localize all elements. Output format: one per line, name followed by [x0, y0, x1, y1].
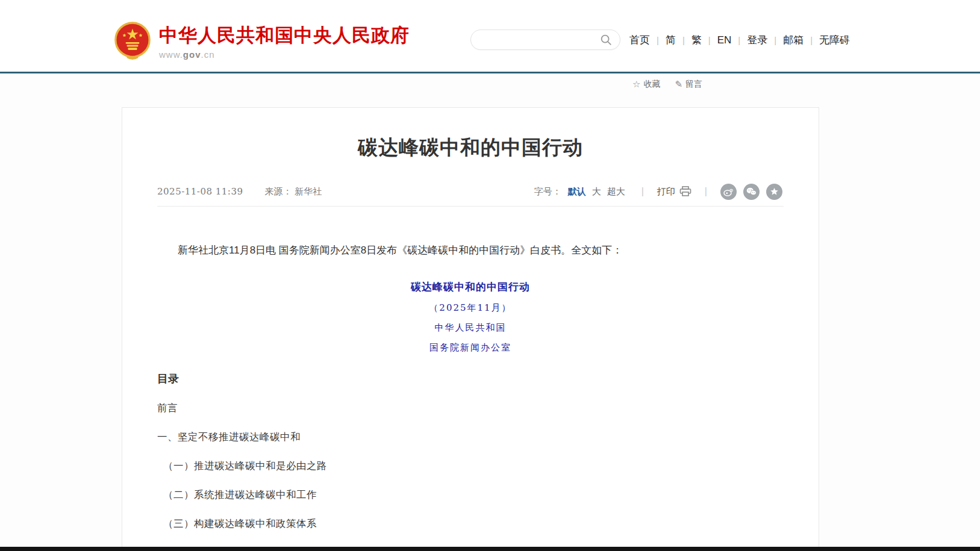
star-outline-icon: ☆: [632, 79, 640, 90]
fontsize-option[interactable]: 默认: [568, 186, 586, 198]
site-url: www.gov.cn: [159, 49, 410, 60]
toc-item: 前言: [157, 402, 784, 415]
site-header: 中华人民共和国中央人民政府 www.gov.cn 首页简繁EN登录邮箱无障碍: [0, 0, 980, 73]
nav-item[interactable]: 登录: [731, 33, 767, 47]
toc-heading: 目录: [157, 372, 784, 386]
search-icon[interactable]: [599, 33, 613, 46]
doc-title: 碳达峰碳中和的中国行动: [157, 280, 784, 294]
nav-item[interactable]: 首页: [629, 33, 650, 47]
meta-divider: [157, 206, 784, 207]
toc-item: （一）推进碳达峰碳中和是必由之路: [157, 459, 784, 473]
article-meta-row: 2025-11-08 11:39 来源： 新华社 字号： 默认大超大 | 打印 …: [157, 183, 782, 200]
comment-button[interactable]: ✎ 留言: [675, 79, 702, 90]
weibo-icon: [723, 187, 734, 196]
fontsize-option[interactable]: 超大: [607, 186, 625, 198]
fontsize-option[interactable]: 大: [592, 186, 601, 198]
pencil-icon: ✎: [675, 79, 682, 90]
article-title: 碳达峰碳中和的中国行动: [122, 134, 819, 161]
brand-text: 中华人民共和国中央人民政府 www.gov.cn: [159, 22, 410, 60]
doc-org-line1: 中华人民共和国: [157, 322, 784, 334]
article-meta-right: 字号： 默认大超大 | 打印 |: [534, 184, 782, 200]
article-body: 新华社北京11月8日电 国务院新闻办公室8日发布《碳达峰碳中和的中国行动》白皮书…: [157, 243, 784, 551]
page-actions: ☆ 收藏 ✎ 留言: [632, 79, 702, 90]
fontsize-label: 字号：: [534, 186, 561, 198]
toc-item: （三）构建碳达峰碳中和政策体系: [157, 517, 784, 531]
page: 中华人民共和国中央人民政府 www.gov.cn 首页简繁EN登录邮箱无障碍 ☆…: [0, 0, 980, 551]
print-button[interactable]: 打印: [657, 186, 691, 198]
nav-item[interactable]: 繁: [676, 33, 702, 47]
national-emblem-icon: [114, 22, 151, 60]
fontsize-options: 默认大超大: [565, 186, 628, 198]
nav-item[interactable]: 简: [650, 33, 676, 47]
doc-org-line2: 国务院新闻办公室: [157, 342, 784, 353]
lead-paragraph: 新华社北京11月8日电 国务院新闻办公室8日发布《碳达峰碳中和的中国行动》白皮书…: [157, 243, 784, 258]
separator: |: [705, 186, 707, 197]
nav-item[interactable]: 无障碍: [804, 33, 850, 47]
article-meta-left: 2025-11-08 11:39 来源： 新华社: [157, 186, 322, 198]
article-card: 碳达峰碳中和的中国行动 2025-11-08 11:39 来源： 新华社 字号：…: [122, 107, 819, 551]
wechat-icon: [746, 187, 757, 196]
bottom-edge-bar: [0, 547, 980, 551]
star-share-button[interactable]: [766, 184, 782, 200]
site-title: 中华人民共和国中央人民政府: [159, 25, 410, 46]
site-logo-link[interactable]: 中华人民共和国中央人民政府 www.gov.cn: [114, 22, 410, 60]
print-label: 打印: [657, 186, 675, 198]
toc-item: 一、坚定不移推进碳达峰碳中和: [157, 431, 784, 444]
source: 来源： 新华社: [264, 186, 322, 198]
favorite-button[interactable]: ☆ 收藏: [632, 79, 660, 90]
site-url-gov: gov: [183, 49, 201, 60]
top-nav: 首页简繁EN登录邮箱无障碍: [629, 33, 850, 47]
source-value: 新华社: [295, 186, 322, 197]
nav-item[interactable]: 邮箱: [767, 33, 804, 47]
star-badge-icon: [770, 187, 779, 196]
share-icons: [720, 184, 782, 200]
favorite-label: 收藏: [643, 79, 660, 90]
doc-subtitle: （2025年11月）: [157, 302, 784, 314]
site-url-www: www.: [159, 49, 183, 60]
toc-list: 前言一、坚定不移推进碳达峰碳中和（一）推进碳达峰碳中和是必由之路（二）系统推进碳…: [157, 402, 784, 551]
separator: |: [641, 186, 644, 197]
weibo-share-button[interactable]: [720, 184, 737, 200]
nav-item[interactable]: EN: [702, 34, 732, 46]
printer-icon: [679, 186, 691, 197]
toc-item: （二）系统推进碳达峰碳中和工作: [157, 488, 784, 502]
search-bar[interactable]: [470, 30, 620, 50]
publish-date: 2025-11-08 11:39: [157, 186, 243, 197]
source-label: 来源：: [264, 186, 292, 197]
comment-label: 留言: [685, 79, 702, 90]
search-input[interactable]: [481, 30, 599, 49]
site-url-cn: .cn: [201, 49, 215, 60]
wechat-share-button[interactable]: [743, 184, 760, 200]
